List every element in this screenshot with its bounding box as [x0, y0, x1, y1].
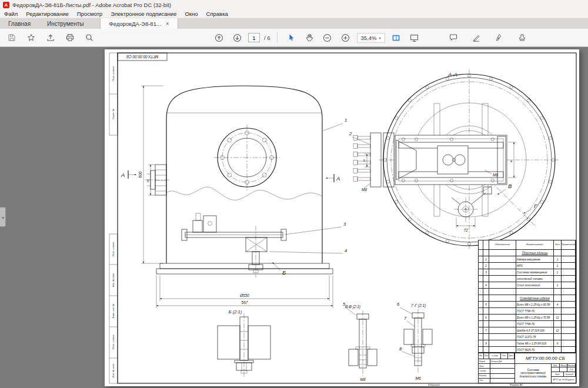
zoom-in-button[interactable]: [339, 31, 353, 45]
cursor-icon: [289, 34, 293, 41]
page-view-button[interactable]: [389, 31, 403, 45]
comment-tool-button[interactable]: [446, 31, 460, 45]
highlight-tool-button[interactable]: [469, 31, 483, 45]
highlighter-icon: [473, 36, 479, 42]
table-row: 8 Гайка М6 х 1,25-6Н.016 8: [479, 340, 576, 347]
select-tool-button[interactable]: [284, 31, 298, 45]
drawing-title: Система пространственной диагностики пла…: [515, 364, 552, 383]
section-bv-markers: В Г: [497, 183, 537, 213]
table-row: 3 Система перемещения 1: [479, 269, 576, 276]
read-mode-button[interactable]: [407, 31, 422, 45]
zoom-level-dropdown[interactable]: 35,4% ▾: [357, 33, 385, 43]
window-titlebar: A ФедоровДА-Э8-81Б-Листы.pdf - Adobe Acr…: [0, 0, 588, 9]
table-row: Стандартные изделия: [479, 295, 576, 302]
balloon-7: 7: [404, 316, 407, 321]
svg-text:Инв. № подл.: Инв. № подл.: [112, 363, 115, 378]
hand-tool-button[interactable]: [302, 31, 316, 45]
tab-document-label: ФедоровДА-Э8-81...: [109, 21, 161, 27]
menu-item[interactable]: Редактирование: [22, 9, 72, 18]
svg-text:Перв. примен.: Перв. примен.: [112, 66, 115, 82]
menu-bar: ФайлРедактированиеПросмотрЭлектронное по…: [0, 9, 588, 18]
balloon-1: 1: [345, 118, 347, 123]
balloon-2: 2: [349, 131, 352, 136]
traverse-frame: [395, 135, 507, 185]
balloon-8: 8: [399, 346, 402, 352]
svg-text:Инв. № дубл.: Инв. № дубл.: [112, 273, 115, 287]
page-number-input[interactable]: [248, 33, 260, 42]
print-button[interactable]: [63, 31, 77, 45]
svg-text:20: 20: [363, 159, 366, 162]
zoom-out-button[interactable]: [320, 31, 335, 45]
tab-bar: Главная Инструменты ФедоровДА-Э8-81... ×: [0, 18, 588, 29]
save-button[interactable]: [5, 31, 19, 45]
svg-text:Подп. и дата: Подп. и дата: [112, 335, 115, 350]
next-page-button[interactable]: [230, 31, 244, 45]
title-block-signatures: Изм.Лист№ докум.Подп.Дата Разраб. Федоро…: [479, 353, 515, 383]
parts-table-header: Обозначение Наименование Кол Примечание: [479, 240, 576, 250]
nav-pane-toggle[interactable]: ◂: [0, 207, 6, 227]
monitor-icon: [411, 35, 418, 41]
tab-home[interactable]: Главная: [0, 18, 39, 29]
sign-tool-button[interactable]: [492, 31, 506, 45]
pen-nib-icon: [496, 35, 500, 41]
save-icon: [9, 35, 15, 41]
favorites-button[interactable]: [24, 31, 38, 45]
chevron-down-icon: ▾: [379, 36, 381, 40]
title-block-role-row: Разраб. Федоров Д.А.: [479, 359, 514, 364]
previous-page-button[interactable]: [212, 31, 226, 45]
marker-a-left: А: [121, 172, 125, 178]
detail-b-label: Б (2:1): [229, 309, 242, 315]
document-viewport[interactable]: ◂ МГТУ.00.00.00 СБ Перв. примен. Справ. …: [0, 47, 588, 388]
menu-item[interactable]: Просмотр: [73, 9, 106, 18]
format-note: Формат A1: [510, 383, 523, 386]
section-markers: А А Б: [121, 170, 340, 276]
front-flange: [214, 125, 280, 190]
zoom-out-icon: [324, 34, 331, 41]
title-block-role-row: Пров.: [479, 364, 514, 369]
svg-text:М8: М8: [362, 188, 367, 192]
window-title: ФедоровДА-Э8-81Б-Листы.pdf - Adobe Acrob…: [12, 2, 171, 8]
title-block: Изм.Лист№ докум.Подп.Дата Разраб. Федоро…: [478, 353, 576, 383]
svg-text:Справ. №: Справ. №: [112, 108, 115, 119]
share-button[interactable]: [44, 31, 58, 45]
star-icon: [28, 35, 35, 41]
svg-text:М8: М8: [360, 377, 365, 382]
page-up-icon: [215, 34, 222, 41]
svg-text:Взам. инв. №: Взам. инв. №: [112, 303, 115, 318]
table-row: 4 Стол оптический 1: [479, 282, 576, 289]
acrobat-icon: A: [3, 2, 9, 8]
zoom-in-icon: [342, 34, 349, 41]
title-block-role-row: Т.контр.: [479, 369, 514, 373]
table-row: 5 Болт М6 х 1,25-6g х 60.58 4: [479, 302, 576, 308]
pdf-page[interactable]: МГТУ.00.00.00 СБ Перв. примен. Справ. № …: [105, 49, 579, 386]
close-icon[interactable]: ×: [166, 21, 169, 27]
svg-text:40: 40: [510, 159, 513, 162]
menu-item[interactable]: Окно: [181, 9, 202, 18]
title-block-column-label: Дата: [508, 353, 514, 359]
menu-item[interactable]: Электронное подписание: [106, 9, 181, 18]
flange-studs: [353, 136, 370, 182]
marker-v: В: [508, 183, 512, 189]
copy-note: Копировал: [428, 383, 440, 386]
page-view-icon: [393, 35, 400, 41]
table-row: 7 Шайба А.8.37.029.016 12: [479, 327, 576, 334]
menu-item[interactable]: Файл: [0, 9, 22, 18]
svg-text:Подп. и дата: Подп. и дата: [112, 242, 115, 257]
svg-text:600: 600: [138, 171, 142, 178]
balloon-3: 3: [343, 222, 346, 227]
menu-item[interactable]: Справка: [202, 9, 232, 18]
organization: МГТУ им. Н.Э.Баумана: [552, 377, 576, 383]
main-toolbar: / 6 35,4% ▾: [0, 29, 588, 47]
title-block-column-label: Подп.: [501, 353, 508, 359]
search-button[interactable]: [82, 31, 96, 45]
stamp-icon: [519, 35, 524, 41]
title-block-column-label: Лист: [484, 353, 489, 359]
print-icon: [67, 35, 74, 41]
tab-document[interactable]: ФедоровДА-Э8-81... ×: [100, 18, 178, 29]
stamp-tool-button[interactable]: [515, 31, 529, 45]
detail-gg-label: Г-Г (2:1): [412, 303, 426, 308]
table-row: ГОСТ 7798-70: [479, 308, 576, 315]
tab-tools[interactable]: Инструменты: [39, 18, 92, 29]
front-view-dimensions: Ø550 567 600 60: [138, 86, 333, 308]
mirrored-doc-number: МГТУ.00.00.00 СБ: [126, 55, 158, 59]
